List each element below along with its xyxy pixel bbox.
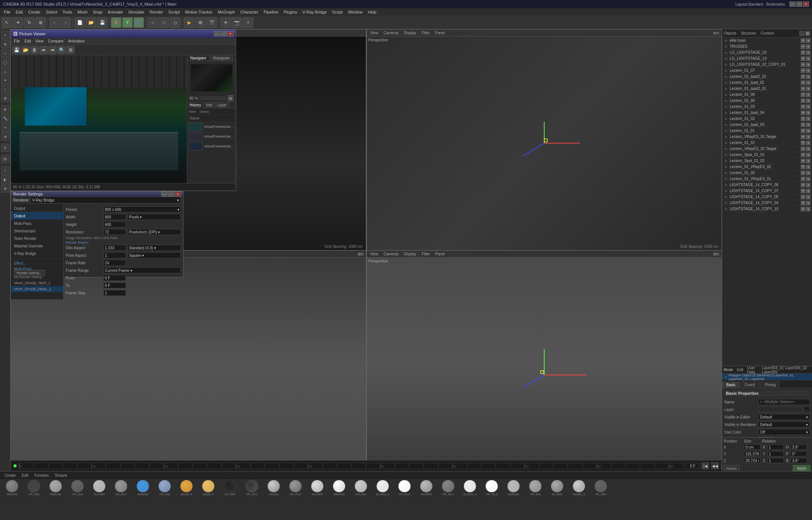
rs-preset-test[interactable]: VRAY_STAGE_TEST_1 (11, 280, 63, 286)
obj-vis-icon-26[interactable]: 👁 (801, 195, 805, 199)
close-button[interactable]: ✕ (803, 2, 809, 7)
obj-vis-icon-1[interactable]: 👁 (801, 44, 805, 49)
rs-framerate-input[interactable] (103, 260, 126, 266)
object-item-7[interactable]: ◇ Lectern_01_Ipad_02 👁 ● (722, 80, 812, 86)
btn-first-frame[interactable]: |◀ (701, 462, 709, 469)
obj-vis-icon-7[interactable]: 👁 (801, 80, 805, 85)
vp-tr-panel[interactable]: Panel (434, 31, 446, 35)
object-item-8[interactable]: ◇ Lectern_01_Ipad2_01 👁 ● (722, 86, 812, 92)
obj-render-icon-22[interactable]: ● (806, 171, 810, 175)
obj-vis-icon-16[interactable]: 👁 (801, 135, 805, 139)
psr-pos-z[interactable] (744, 458, 760, 463)
tool-y-axis[interactable]: Y (122, 17, 133, 28)
obj-vis-icon-23[interactable]: 👁 (801, 177, 805, 181)
props-layer-value[interactable] (758, 406, 803, 412)
psr-rot-p[interactable] (791, 451, 807, 456)
obj-render-icon-24[interactable]: ● (806, 183, 810, 187)
history-item-1[interactable]: VirtualTvNewsSet_3_... (187, 122, 236, 132)
object-item-1[interactable]: ◇ TRUSSES 👁 ● (722, 44, 812, 50)
obj-vis-icon-15[interactable]: 👁 (801, 129, 805, 133)
psr-size-z[interactable] (767, 458, 784, 463)
tab-coord[interactable]: Coord. (740, 382, 760, 388)
object-item-27[interactable]: ◇ LIGHTSTAGE_14_COPY_04 👁 ● (722, 200, 812, 206)
obj-vis-icon-18[interactable]: 👁 (801, 147, 805, 151)
pv-menu-animation[interactable]: Animation (67, 39, 86, 43)
obj-render-icon-27[interactable]: ● (806, 201, 810, 205)
rs-left-multipass[interactable]: Multi-Pass (11, 220, 63, 227)
material-item-13[interactable]: VR_GLK (285, 480, 306, 497)
material-item-14[interactable]: ALUMM (307, 480, 328, 497)
sidebar-tool14[interactable]: M (1, 155, 9, 163)
material-item-23[interactable]: Material (503, 480, 524, 497)
mat-texture[interactable]: Texture (53, 473, 69, 478)
sidebar-tool3[interactable]: □ (1, 49, 9, 57)
obj-vis-icon-4[interactable]: 👁 (801, 62, 805, 67)
material-item-3[interactable]: VR_Mat (67, 480, 88, 497)
psr-apply-btn[interactable]: Apply (793, 465, 810, 471)
sidebar-tool8[interactable]: ⊞ (1, 94, 9, 102)
rs-render-region-link[interactable]: Render Region (66, 241, 181, 244)
vp-br-view[interactable]: View (369, 252, 380, 256)
object-item-17[interactable]: ◇ Lectern_01_02 👁 ● (722, 140, 812, 146)
psr-pos-x[interactable] (744, 444, 760, 450)
tool-new[interactable]: 📄 (74, 17, 85, 28)
bookmarks-label[interactable]: Bookmarks (766, 2, 785, 6)
tool-move[interactable]: ✦ (13, 17, 23, 28)
obj-vis-icon-22[interactable]: 👁 (801, 171, 805, 175)
tool-z-axis[interactable]: Z (133, 17, 144, 28)
obj-vis-icon-3[interactable]: 👁 (801, 56, 805, 61)
object-item-3[interactable]: ◇ LG_LIGHTSTAGE_13 👁 ● (722, 56, 812, 62)
tool-polygon[interactable]: ◇ (170, 17, 180, 28)
object-item-22[interactable]: ◇ Lectern_01_00 👁 ● (722, 170, 812, 176)
structure-tab[interactable]: Structure (741, 31, 756, 35)
material-item-8[interactable]: plastic.S (176, 480, 197, 497)
material-item-21[interactable]: GLASS_4 (459, 480, 480, 497)
obj-render-icon-28[interactable]: ● (806, 207, 810, 211)
obj-render-icon-2[interactable]: ● (806, 50, 810, 55)
tool-rotate[interactable]: ↻ (24, 17, 35, 28)
history-item-3[interactable]: VirtualTvNewsSet_3_... (187, 141, 236, 151)
props-name-value[interactable]: « «Multiple Values»» (758, 399, 810, 405)
minimize-button[interactable]: — (789, 2, 795, 7)
pv-zoom-slider[interactable] (200, 97, 226, 100)
psr-size-x[interactable] (767, 444, 784, 450)
sidebar-tool17[interactable]: ⊛ (1, 184, 9, 193)
props-use-color-dropdown[interactable]: Off ▾ (758, 429, 810, 435)
sidebar-tool9[interactable]: ⚙ (1, 105, 9, 114)
obj-vis-icon-9[interactable]: 👁 (801, 92, 805, 97)
rs-pixel-unit-dropdown[interactable]: Square ▾ (127, 252, 181, 258)
tab-mode[interactable]: Mode (724, 368, 733, 372)
vp-br-cameras[interactable]: Cameras (382, 252, 400, 256)
rs-renderer-dropdown[interactable]: V-Ray Bridge ▾ (30, 197, 181, 203)
obj-render-icon-15[interactable]: ● (806, 129, 810, 133)
sidebar-tool10[interactable]: 🔧 (1, 114, 9, 123)
pv-close[interactable]: ✕ (227, 31, 233, 36)
vp-tr-view[interactable]: View (369, 31, 380, 35)
object-item-26[interactable]: ◇ LIGHTSTAGE_14_COPY_05 👁 ● (722, 194, 812, 200)
tool-camera[interactable]: 📷 (232, 17, 242, 28)
psr-size-y[interactable] (767, 451, 784, 456)
mat-function[interactable]: Function (33, 473, 50, 478)
object-item-6[interactable]: ◇ Lectern_01_Ipad2_02 👁 ● (722, 74, 812, 80)
menu-edit[interactable]: Edit (14, 9, 25, 15)
tool-save[interactable]: 💾 (97, 17, 108, 28)
pv-zoom-fit[interactable]: ⊠ (227, 95, 233, 101)
pv-minimize[interactable]: — (214, 31, 220, 36)
material-item-2[interactable]: Material (45, 480, 66, 497)
tool-interactive-render[interactable]: 🎬 (206, 17, 217, 28)
obj-render-icon-13[interactable]: ● (806, 117, 810, 121)
material-item-7[interactable]: VR_Mat (154, 480, 175, 497)
obj-render-icon-6[interactable]: ● (806, 74, 810, 79)
object-item-14[interactable]: ◇ Lectern_01_Ipad_03 👁 ● (722, 122, 812, 128)
obj-render-icon-21[interactable]: ● (806, 165, 810, 169)
tab-edit[interactable]: Edit (737, 368, 743, 372)
obj-render-icon-4[interactable]: ● (806, 62, 810, 67)
obj-render-icon-20[interactable]: ● (806, 159, 810, 163)
obj-render-icon-0[interactable]: ● (806, 38, 810, 43)
psr-freeze-btn[interactable]: Freeze (724, 465, 739, 471)
mat-edit[interactable]: Edit (20, 473, 30, 478)
menu-render[interactable]: Render (147, 9, 165, 15)
viewport-top-right[interactable]: View Cameras Display Filter Panel ⊞⊟ Per… (366, 29, 722, 250)
obj-render-icon-17[interactable]: ● (806, 141, 810, 145)
mat-create[interactable]: Create (3, 473, 17, 478)
